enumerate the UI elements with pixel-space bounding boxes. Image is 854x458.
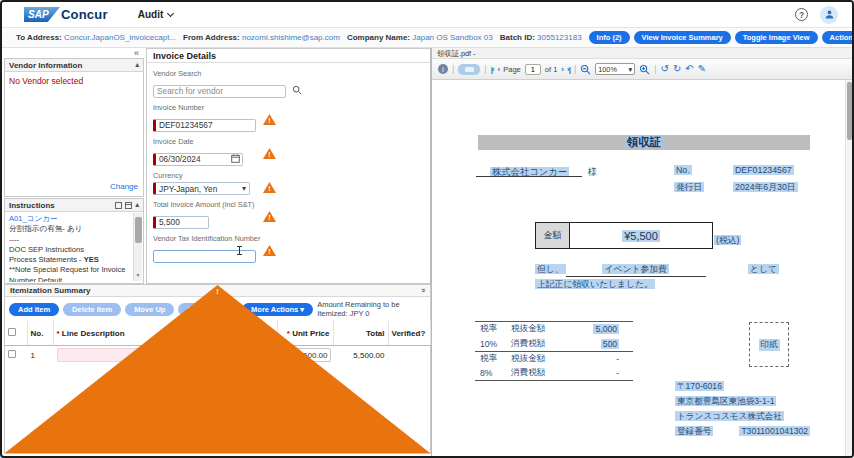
- pdf-scrollbar-thumb[interactable]: [847, 82, 852, 140]
- first-page-icon[interactable]: |‹: [491, 65, 494, 74]
- instruction-line: ----: [9, 235, 130, 245]
- receipt-no-value: DEF01234567: [733, 165, 794, 175]
- currency-select[interactable]: JPY-Japan, Yen ▾: [153, 182, 250, 195]
- search-icon[interactable]: [292, 85, 302, 95]
- move-up-button: Move Up: [125, 303, 174, 316]
- document-info-icon[interactable]: i: [438, 64, 448, 74]
- add-item-button[interactable]: Add Item: [9, 303, 59, 316]
- toolbar-divider: |: [484, 64, 486, 74]
- invoice-number-label: Invoice Number: [153, 103, 424, 112]
- toolbar-divider: |: [574, 64, 576, 74]
- info-button[interactable]: Info (2): [589, 31, 630, 44]
- instruction-line: 分割指示の有無- あり: [9, 224, 130, 234]
- verified-warning-icon: [403, 349, 416, 360]
- instruction-line: **Note Special Request for Invoice: [9, 265, 130, 275]
- scrollbar-thumb[interactable]: [135, 217, 142, 243]
- vendor-panel-collapse-icon[interactable]: ▴: [135, 61, 139, 69]
- itemization-table: No. * Line Description カスタム 07 - ... * Q…: [5, 321, 431, 364]
- sidebar-collapse-toggle[interactable]: «: [4, 48, 144, 58]
- popout-icon[interactable]: [125, 202, 132, 209]
- proviso-suffix: として: [748, 264, 779, 276]
- app-window: SAP Concur Audit ? To Address: Concur.Ja…: [0, 0, 854, 458]
- pdf-viewer-pane: 領収証.pdf - i | | |‹ ‹ Page of 1 › ›| | 10…: [431, 48, 852, 456]
- rotate-clockwise-icon[interactable]: ↻: [673, 64, 681, 74]
- receipt-no-label: No.: [674, 165, 692, 175]
- stamp-label: 印紙: [759, 339, 780, 351]
- toggle-image-view-button[interactable]: Toggle Image View: [735, 31, 818, 44]
- zoom-level-select[interactable]: 100% ▾: [595, 63, 635, 75]
- instruction-line: Process Statements - YES: [9, 255, 130, 265]
- total-amount-field: Total Invoice Amount (incl S&T): [153, 200, 424, 229]
- print-button[interactable]: [458, 64, 480, 75]
- zoom-out-icon[interactable]: [580, 64, 591, 75]
- toolbar-divider: |: [654, 64, 656, 74]
- change-vendor-link[interactable]: Change: [110, 182, 138, 191]
- vendor-tax-id-field: Vendor Tax Identification Number: [153, 234, 424, 263]
- instructions-scrollbar[interactable]: ▲ ▼: [133, 213, 142, 281]
- instructions-collapse-icon[interactable]: ▴: [135, 201, 139, 209]
- to-address-value: Concur.JapanOS_invoicecapt...: [64, 33, 176, 42]
- next-page-icon[interactable]: ›: [561, 65, 563, 74]
- select-all-checkbox[interactable]: [8, 328, 16, 336]
- actions-button[interactable]: Actions ▾: [822, 31, 852, 44]
- text-cursor: [239, 246, 240, 255]
- vendor-search-field: Vendor Search: [153, 69, 424, 98]
- vendor-search-input[interactable]: [153, 85, 286, 98]
- view-invoice-summary-button[interactable]: View Invoice Summary: [634, 31, 731, 44]
- invoice-number-field: Invoice Number: [153, 103, 424, 132]
- pdf-tab-title[interactable]: 領収証.pdf -: [432, 48, 852, 59]
- vendor-tax-id-input[interactable]: [153, 250, 256, 263]
- chevron-down-icon: [167, 9, 174, 16]
- warning-icon: [263, 148, 276, 159]
- instruction-line: DOC SEP Instructions: [9, 245, 130, 255]
- row-checkbox[interactable]: [8, 350, 16, 358]
- zoom-caret-icon: ▾: [629, 65, 633, 74]
- toolbar-divider: |: [452, 64, 454, 74]
- address-line: 東京都豊島区東池袋3-1-1: [675, 394, 810, 409]
- undo-icon[interactable]: ↶: [685, 64, 693, 74]
- zoom-in-icon[interactable]: [639, 64, 650, 75]
- tax-table: 税率税抜金額5,000 10%消費税額500 税率税抜金額- 8%消費税額-: [475, 321, 633, 381]
- currency-value: JPY-Japan, Yen: [159, 184, 217, 194]
- invoice-date-field: Invoice Date: [153, 137, 424, 166]
- amount-remaining-text: Amount Remaining to be Itemized: JPY 0: [317, 300, 426, 318]
- from-address-field: From Address: nozomi.shishime@sap.com: [183, 33, 340, 42]
- receipt-payee: 株式会社コンカー: [490, 166, 569, 179]
- proviso-line: 但し、イベント参加費: [535, 264, 706, 277]
- annotate-pen-icon[interactable]: ✎: [698, 64, 706, 74]
- sap-logo-text: SAP: [28, 9, 49, 20]
- vendor-tax-id-label: Vendor Tax Identification Number: [153, 234, 424, 243]
- help-icon[interactable]: ?: [795, 8, 808, 21]
- instruction-line: Number Default: [9, 276, 130, 282]
- registration-label: 登録番号: [675, 424, 713, 439]
- rotate-counterclockwise-icon[interactable]: ↺: [661, 64, 669, 74]
- warning-icon: [263, 114, 276, 125]
- from-address-value: nozomi.shishime@sap.com: [242, 33, 340, 42]
- currency-field: Currency JPY-Japan, Yen ▾: [153, 171, 424, 195]
- invoice-date-input[interactable]: [153, 153, 243, 166]
- instructions-panel-title: Instructions: [9, 201, 55, 210]
- payee-underline: [476, 176, 582, 177]
- total-amount-input[interactable]: [153, 216, 209, 229]
- user-avatar[interactable]: [820, 6, 838, 24]
- action-button-group: Info (2) View Invoice Summary Toggle Ima…: [589, 31, 852, 44]
- company-name-label: Company Name:: [347, 33, 410, 42]
- pdf-document: 領収証 株式会社コンカー 様 No. DEF01234567 発行日 2024年…: [432, 80, 845, 456]
- pdf-scrollbar[interactable]: [845, 80, 852, 456]
- receipt-issue-date-value: 2024年6月30日: [733, 182, 798, 194]
- page-label: Page: [503, 65, 521, 74]
- audit-menu[interactable]: Audit: [138, 9, 174, 20]
- instruction-link[interactable]: A01_コンカー: [9, 214, 130, 224]
- total-amount-label: Total Invoice Amount (incl S&T): [153, 200, 424, 209]
- invoice-info-bar: To Address: Concur.JapanOS_invoicecapt..…: [2, 28, 852, 48]
- postal-code: 〒170-6016: [675, 379, 810, 394]
- expand-icon[interactable]: [115, 202, 122, 209]
- registration-row: 登録番号 T3011001041302: [675, 424, 810, 439]
- previous-page-icon[interactable]: ‹: [498, 65, 500, 74]
- page-number-input[interactable]: [525, 64, 541, 75]
- scroll-down-icon[interactable]: ▼: [136, 270, 141, 280]
- printer-icon: [465, 67, 474, 72]
- invoice-number-input[interactable]: [153, 119, 256, 132]
- warning-icon: [263, 245, 276, 256]
- last-page-icon[interactable]: ›|: [567, 65, 570, 74]
